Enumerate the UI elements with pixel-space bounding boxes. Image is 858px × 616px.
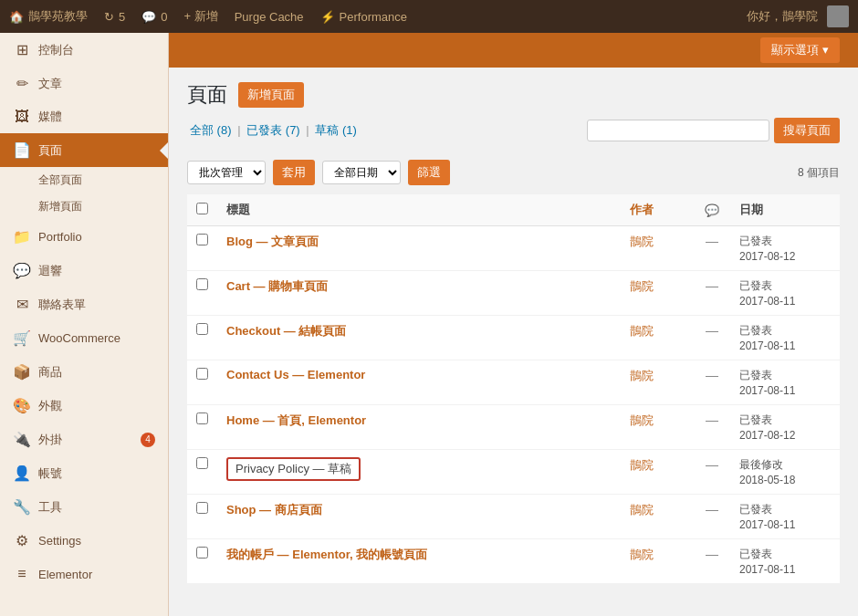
sidebar-label-products: 商品 <box>38 364 62 381</box>
filter-button[interactable]: 篩選 <box>408 160 450 185</box>
author-link[interactable]: 鵲院 <box>630 369 654 382</box>
author-link[interactable]: 鵲院 <box>630 548 654 561</box>
updates-item[interactable]: ↻ 5 <box>104 10 125 24</box>
select-all-checkbox[interactable] <box>196 203 208 214</box>
page-title-link[interactable]: Contact Us — Elementor <box>226 368 365 381</box>
sidebar-item-all-pages[interactable]: 全部頁面 <box>0 167 168 193</box>
page-title-link[interactable]: Shop — 商店頁面 <box>226 503 322 517</box>
new-content-item[interactable]: + 新增 <box>183 8 217 25</box>
row-checkbox[interactable] <box>196 323 208 335</box>
show-options-bar: 顯示選項 ▾ <box>169 33 858 68</box>
comments-item[interactable]: 💬 0 <box>141 10 167 24</box>
row-checkbox-cell <box>187 271 217 316</box>
col-comment: 💬 <box>694 194 730 226</box>
row-comment-cell: — <box>694 360 730 405</box>
show-options-button[interactable]: 顯示選項 ▾ <box>760 37 840 63</box>
sidebar-label-users: 帳號 <box>38 465 62 482</box>
table-row: Shop — 商店頁面 鵲院 — 已發表 2017-08-11 <box>187 495 840 539</box>
sidebar-item-products[interactable]: 📦 商品 <box>0 355 168 389</box>
search-button[interactable]: 搜尋頁面 <box>774 118 840 143</box>
sidebar-label-portfolio: Portfolio <box>38 230 82 244</box>
author-link[interactable]: 鵲院 <box>630 279 654 293</box>
search-input[interactable] <box>587 120 769 141</box>
row-checkbox[interactable] <box>196 412 208 424</box>
row-author-cell: 鵲院 <box>621 539 694 584</box>
row-checkbox[interactable] <box>196 547 208 559</box>
page-title-link[interactable]: Cart — 購物車頁面 <box>226 279 328 293</box>
date-filter-select[interactable]: 全部日期 <box>322 161 401 184</box>
sidebar-item-portfolio[interactable]: 📁 Portfolio <box>0 220 168 254</box>
filter-all-link[interactable]: 全部 (8) <box>190 123 232 137</box>
greeting-text: 你好，鵲學院 <box>747 8 818 25</box>
appearance-icon: 🎨 <box>13 397 31 414</box>
avatar <box>827 5 849 27</box>
comments-sidebar-icon: 💬 <box>13 262 31 279</box>
comment-value: — <box>706 547 718 561</box>
sidebar-label-appearance: 外觀 <box>38 398 62 414</box>
admin-bar: 🏠 鵲學苑教學 ↻ 5 💬 0 + 新增 Purge Cache ⚡ Perfo… <box>0 0 858 33</box>
new-page-button[interactable]: 新增頁面 <box>238 82 304 108</box>
author-link[interactable]: 鵲院 <box>630 235 654 248</box>
sidebar-item-comments[interactable]: 💬 迴響 <box>0 254 168 287</box>
site-name[interactable]: 🏠 鵲學苑教學 <box>9 8 88 25</box>
author-link[interactable]: 鵲院 <box>630 324 654 338</box>
sidebar-item-contact[interactable]: ✉ 聯絡表單 <box>0 287 168 321</box>
row-checkbox-cell <box>187 405 217 450</box>
submenu-new-page-label: 新增頁面 <box>38 200 82 213</box>
plugins-badge: 4 <box>141 433 155 447</box>
comment-value: — <box>706 368 718 382</box>
col-author: 作者 <box>621 194 694 226</box>
sidebar-item-tools[interactable]: 🔧 工具 <box>0 490 168 524</box>
row-checkbox[interactable] <box>196 234 208 245</box>
pages-icon: 📄 <box>13 141 31 159</box>
sidebar-label-pages: 頁面 <box>38 142 62 159</box>
sidebar-item-woocommerce[interactable]: 🛒 WooCommerce <box>0 321 168 355</box>
sidebar-item-posts[interactable]: ✏ 文章 <box>0 67 168 100</box>
row-checkbox[interactable] <box>196 278 208 290</box>
page-title-link[interactable]: Blog — 文章頁面 <box>226 235 319 248</box>
filter-draft-link[interactable]: 草稿 (1) <box>315 123 357 137</box>
filter-published-link[interactable]: 已發表 (7) <box>246 123 300 137</box>
sidebar-item-appearance[interactable]: 🎨 外觀 <box>0 389 168 423</box>
row-title-cell: Blog — 文章頁面 <box>217 226 621 271</box>
table-row: Home — 首頁, Elementor 鵲院 — 已發表 2017-08-12 <box>187 405 840 450</box>
row-title-cell: Cart — 購物車頁面 <box>217 271 621 316</box>
row-checkbox[interactable] <box>196 457 208 469</box>
row-date-cell: 已發表 2017-08-11 <box>730 360 840 405</box>
sidebar-item-plugins[interactable]: 🔌 外掛 4 <box>0 423 168 456</box>
sidebar-item-pages[interactable]: 📄 頁面 <box>0 133 168 167</box>
author-link[interactable]: 鵲院 <box>630 503 654 517</box>
date-value: 2017-08-11 <box>739 563 795 576</box>
author-link[interactable]: 鵲院 <box>630 458 654 472</box>
sidebar-item-new-page[interactable]: 新增頁面 <box>0 193 168 220</box>
page-title-link[interactable]: Home — 首頁, Elementor <box>226 413 366 427</box>
sidebar-item-settings[interactable]: ⚙ Settings <box>0 524 168 558</box>
row-author-cell: 鵲院 <box>621 450 694 495</box>
row-checkbox[interactable] <box>196 368 208 380</box>
sidebar-label-woocommerce: WooCommerce <box>38 331 120 345</box>
performance-item[interactable]: ⚡ Performance <box>320 10 407 24</box>
bulk-manage-select[interactable]: 批次管理 <box>187 161 266 184</box>
row-date-cell: 已發表 2017-08-11 <box>730 316 840 360</box>
sidebar-item-elementor[interactable]: ≡ Elementor <box>0 558 168 590</box>
date-status: 已發表 <box>739 369 772 381</box>
date-status: 已發表 <box>739 413 772 426</box>
comment-value: — <box>706 457 718 472</box>
row-comment-cell: — <box>694 226 730 271</box>
purge-cache-item[interactable]: Purge Cache <box>235 10 304 24</box>
comment-value: — <box>706 278 718 293</box>
apply-button[interactable]: 套用 <box>273 160 315 185</box>
page-title-link[interactable]: Checkout — 結帳頁面 <box>226 324 346 338</box>
date-status: 已發表 <box>739 503 772 516</box>
portfolio-icon: 📁 <box>13 228 31 245</box>
comments-icon: 💬 <box>141 10 156 24</box>
main-content: 顯示選項 ▾ 頁面 新增頁面 全部 (8) | 已發表 (7) | 草稿 (1) <box>169 33 858 616</box>
sidebar-item-users[interactable]: 👤 帳號 <box>0 456 168 490</box>
row-checkbox[interactable] <box>196 502 208 514</box>
contact-icon: ✉ <box>13 296 31 313</box>
table-row: Privacy Policy — 草稿 鵲院 — 最後修改 2018-05-18 <box>187 450 840 495</box>
page-title-link[interactable]: 我的帳戶 — Elementor, 我的帳號頁面 <box>226 548 427 561</box>
sidebar-item-dashboard[interactable]: ⊞ 控制台 <box>0 33 168 67</box>
author-link[interactable]: 鵲院 <box>630 413 654 427</box>
sidebar-item-media[interactable]: 🖼 媒體 <box>0 100 168 133</box>
